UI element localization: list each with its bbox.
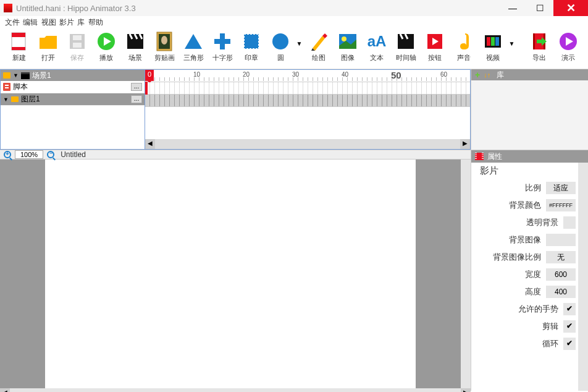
- prop-bgimgscale: 背景图像比例 无: [471, 249, 578, 266]
- tool-video[interactable]: 视频: [479, 31, 506, 62]
- bgcolor-value[interactable]: #FFFFFF: [546, 199, 576, 211]
- height-value[interactable]: 400: [546, 286, 576, 298]
- tool-timeline[interactable]: 时间轴: [393, 31, 419, 62]
- svg-rect-16: [214, 39, 230, 44]
- stage[interactable]: [45, 160, 416, 388]
- prop-scale: 比例 适应: [471, 179, 578, 197]
- tool-text[interactable]: aA 文本: [364, 31, 390, 62]
- hscroll-left[interactable]: ◀: [0, 388, 10, 392]
- library-panel: + ↓↑ 库: [471, 69, 588, 150]
- tool-export[interactable]: 导出: [526, 31, 553, 62]
- menu-help[interactable]: 帮助: [88, 18, 103, 27]
- tool-stamp[interactable]: 印章: [238, 31, 265, 62]
- tool-image[interactable]: 图像: [335, 31, 361, 62]
- folder-open-icon: [38, 31, 59, 52]
- media-dropdown[interactable]: ▼: [508, 31, 515, 56]
- stage-viewport[interactable]: [0, 160, 461, 388]
- close-button[interactable]: ✕: [553, 0, 588, 16]
- tool-save[interactable]: 保存: [64, 31, 91, 62]
- svg-rect-28: [487, 37, 490, 46]
- tool-triangle[interactable]: 三角形: [180, 31, 207, 62]
- svg-rect-2: [12, 47, 25, 50]
- properties-section: 影片: [471, 163, 578, 179]
- scene-header[interactable]: ▼ 场景1: [1, 70, 145, 81]
- loop-check[interactable]: ✔: [563, 338, 576, 350]
- bgimgscale-value[interactable]: 无: [546, 251, 576, 263]
- canvas-vscroll[interactable]: [461, 160, 471, 388]
- export-icon: [529, 31, 550, 52]
- menu-view[interactable]: 视图: [41, 18, 56, 27]
- svg-rect-29: [491, 37, 495, 46]
- menu-file[interactable]: 文件: [5, 18, 20, 27]
- image-icon: [337, 31, 358, 52]
- maximize-button[interactable]: ☐: [526, 0, 553, 16]
- svg-rect-7: [127, 39, 143, 49]
- tool-draw[interactable]: 绘图: [306, 31, 332, 62]
- menu-edit[interactable]: 编辑: [23, 18, 38, 27]
- tool-new[interactable]: 新建: [6, 31, 33, 62]
- stamp-icon: [241, 31, 262, 52]
- svg-rect-17: [244, 34, 259, 49]
- menu-movie[interactable]: 影片: [59, 18, 74, 27]
- script-frames[interactable]: [145, 82, 470, 95]
- prop-clip: 剪辑 ✔: [471, 318, 578, 335]
- script-label: 脚本: [13, 82, 28, 92]
- script-row[interactable]: 脚本 ...: [1, 81, 145, 93]
- zoom-out-icon[interactable]: [47, 151, 54, 158]
- shape-dropdown[interactable]: ▼: [296, 31, 303, 56]
- svg-point-14: [161, 36, 167, 45]
- properties-panel: 属性 影片 比例 适应 背景颜色 #FFFFFF: [471, 150, 588, 391]
- tool-scene[interactable]: 场景: [122, 31, 149, 62]
- layer-frames[interactable]: [145, 95, 470, 107]
- menu-bar: 文件 编辑 视图 影片 库 帮助: [0, 16, 588, 30]
- timeline-ruler[interactable]: 0 10 20 30 40 50 60: [145, 70, 470, 82]
- width-value[interactable]: 600: [546, 268, 576, 281]
- scale-value[interactable]: 适应: [546, 182, 576, 194]
- tool-open[interactable]: 打开: [35, 31, 62, 62]
- tool-button[interactable]: 按钮: [422, 31, 448, 62]
- scroll-left[interactable]: ◀: [145, 139, 155, 149]
- layer-options[interactable]: ...: [131, 95, 142, 103]
- scroll-right[interactable]: ▶: [460, 139, 470, 149]
- layer-label: 图层1: [21, 94, 40, 104]
- zoom-in-icon[interactable]: [4, 151, 11, 158]
- tool-circle[interactable]: 圆: [267, 31, 294, 62]
- library-sort-icon[interactable]: ↓↑: [484, 71, 490, 79]
- button-icon: [424, 31, 445, 52]
- app-icon: [4, 4, 12, 12]
- hscroll-right[interactable]: ▶: [461, 388, 471, 392]
- layer-folder-icon: [11, 96, 19, 102]
- tool-demo[interactable]: 演示: [555, 31, 582, 62]
- title-bar: Untitled.hani : Hippo Animator 3.3 — ☐ ✕: [0, 0, 588, 16]
- svg-rect-30: [495, 37, 499, 46]
- script-icon: [3, 83, 10, 91]
- properties-title: 属性: [487, 151, 502, 162]
- canvas-hscroll[interactable]: ◀ ▶: [0, 388, 471, 392]
- layer-collapse-icon[interactable]: ▼: [3, 96, 9, 103]
- tool-clipart[interactable]: 剪贴画: [151, 31, 178, 62]
- prop-loop: 循环 ✔: [471, 335, 578, 352]
- main-toolbar: 新建 打开 保存 播放 场景 剪贴画 三角形 十字形 印章 圆 ▼ 绘图: [0, 30, 588, 69]
- clip-check[interactable]: ✔: [563, 320, 576, 333]
- script-options[interactable]: ...: [131, 83, 142, 91]
- properties-scrollbar[interactable]: [578, 163, 588, 391]
- prop-width: 宽度 600: [471, 266, 578, 283]
- layer-row[interactable]: ▼ 图层1 ...: [1, 93, 145, 106]
- video-icon: [482, 31, 503, 52]
- menu-library[interactable]: 库: [77, 18, 85, 27]
- collapse-icon[interactable]: ▼: [13, 72, 19, 79]
- gesture-check[interactable]: ✔: [563, 303, 576, 315]
- tool-play[interactable]: 播放: [93, 31, 120, 62]
- zoom-value[interactable]: 100%: [15, 150, 43, 159]
- svg-point-21: [342, 36, 346, 41]
- tool-sound[interactable]: 声音: [451, 31, 477, 62]
- timeline-icon: [395, 31, 416, 52]
- bgimg-value[interactable]: [546, 234, 576, 246]
- timeline-scrollbar[interactable]: ◀ ▶: [145, 139, 470, 149]
- library-header: + ↓↑ 库: [471, 69, 588, 80]
- layers-panel: ▼ 场景1 脚本 ... ▼ 图层1 ...: [0, 69, 145, 150]
- tool-cross[interactable]: 十字形: [209, 31, 236, 62]
- minimize-button[interactable]: —: [499, 0, 526, 16]
- library-add-icon[interactable]: +: [475, 70, 480, 80]
- transbg-check[interactable]: [563, 216, 576, 229]
